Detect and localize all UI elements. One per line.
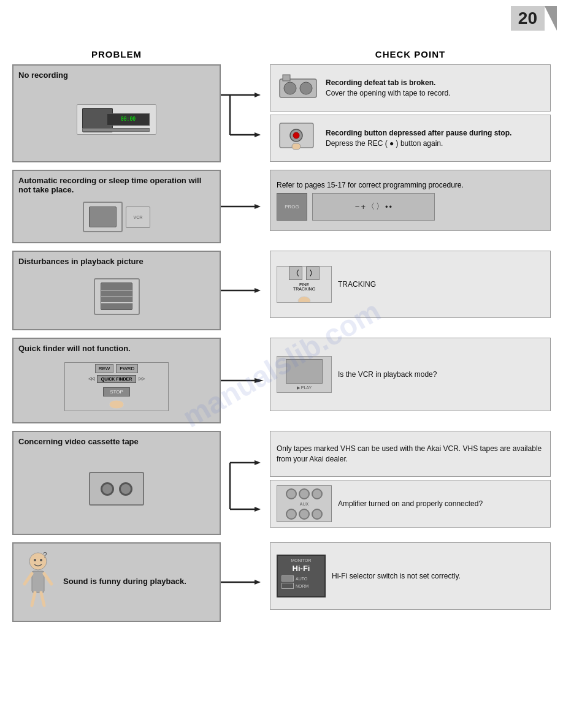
cp2a-text-top: Refer to pages 15-17 for correct program… — [277, 181, 544, 189]
plug-3 — [312, 488, 323, 499]
main-container: PROBLEM CHECK POINT No recording 00:00 — [0, 0, 563, 642]
arrow-svg-auto — [221, 170, 270, 243]
cp1a-text-bold: Recording defeat tab is broken. — [326, 78, 435, 87]
problem-header: PROBLEM — [12, 49, 221, 59]
pb-illustration: ▶ PLAY — [277, 356, 332, 393]
problem-title-no-recording: No recording — [18, 70, 215, 80]
tape-tab-svg — [277, 70, 320, 104]
svg-line-36 — [32, 593, 35, 605]
plug-5 — [299, 509, 310, 520]
plug-4 — [286, 509, 297, 520]
prog-minus: − — [355, 202, 360, 211]
disturbance-lines-svg — [101, 283, 133, 311]
tracking-btn-left: 〈 — [289, 267, 302, 280]
checkpoint-vc-2: AUX Amplifier turned on and properly con… — [270, 480, 551, 528]
page-number-corner: 20 — [511, 6, 557, 31]
tracking-finger-svg — [289, 294, 320, 302]
svg-rect-12 — [292, 143, 301, 150]
qf-finder-row: ◁◁ QUICK FINDER ▷▷ — [88, 375, 145, 383]
cp1a-text: Recording defeat tab is broken. Cover th… — [326, 78, 544, 99]
connector-aux-label: AUX — [300, 502, 308, 506]
plug-1 — [286, 488, 297, 499]
hifi-norm-switch — [282, 583, 294, 589]
prog-dot2: • — [389, 202, 393, 211]
checkpoints-sound: MONITOR Hi-Fi AUTO NORM — [270, 542, 551, 624]
section-video-cassette: Concerning video cassette tape — [12, 431, 551, 537]
hifi-auto-switch — [282, 575, 294, 582]
qf-rewind-icon: ◁◁ — [88, 376, 94, 381]
svg-point-30 — [34, 559, 36, 561]
arrows-qf — [221, 338, 270, 426]
cp4a-text: Is the VCR in playback mode? — [338, 370, 544, 380]
problem-image-disturbances — [18, 268, 215, 324]
tracking-buttons: 〈 〉 — [289, 267, 320, 280]
tape-reel-left — [101, 482, 114, 496]
qf-label: QUICK FINDER — [97, 375, 137, 383]
prog-dot1: • — [385, 202, 388, 211]
arrows-vc — [221, 431, 270, 537]
checkpoints-no-recording: Recording defeat tab is broken. Cover th… — [270, 64, 551, 165]
vcr-digits: 00:00 — [121, 116, 136, 122]
svg-line-37 — [41, 593, 44, 605]
page-corner-triangle — [545, 6, 557, 31]
section-sound: ? Sound is funny during playback. — [12, 542, 551, 624]
cp1a-text-detail: Cover the opening with tape to record. — [326, 89, 450, 97]
cp3a-text: TRACKING — [338, 279, 544, 290]
cp1b-text: Recording button depressed after pause d… — [326, 128, 544, 149]
headers-row: PROBLEM CHECK POINT — [12, 49, 551, 59]
connector-row-1 — [286, 488, 323, 499]
tape-reel-right — [119, 482, 132, 496]
hifi-monitor-label: MONITOR — [291, 558, 312, 563]
tv-screen-auto — [89, 207, 117, 227]
qf-rew-btn: REW — [95, 364, 114, 373]
problem-title-qf: Quick finder will not function. — [18, 344, 215, 353]
svg-marker-25 — [255, 460, 261, 465]
checkpoint-qf-1: ▶ PLAY Is the VCR in playback mode? — [270, 338, 551, 411]
person-illustration: ? — [18, 550, 58, 614]
problem-title-auto: Automatic recording or sleep time operat… — [18, 176, 215, 194]
cp1b-image — [277, 120, 320, 156]
checkpoint-no-recording-1: Recording defeat tab is broken. Cover th… — [270, 64, 551, 112]
svg-rect-8 — [283, 75, 290, 81]
qf-fforward-icon: ▷▷ — [139, 376, 145, 381]
svg-line-34 — [25, 574, 32, 584]
problem-video-cassette: Concerning video cassette tape — [12, 431, 221, 537]
arrows-auto — [221, 170, 270, 246]
checkpoints-disturbances: 〈 〉 FINETRACKING TRACKING — [270, 251, 551, 333]
playback-box: ▶ PLAY — [277, 356, 332, 393]
checkpoint-no-recording-2: Recording button depressed after pause d… — [270, 115, 551, 162]
tv-illustration-dist — [94, 278, 140, 315]
arrow-svg-disturbances — [221, 251, 270, 330]
connector-box: AUX — [277, 485, 332, 522]
svg-rect-6 — [284, 82, 296, 94]
section-no-recording: No recording 00:00 — [12, 64, 551, 165]
arrow-svg-sound — [221, 542, 270, 622]
section-auto-recording: Automatic recording or sleep time operat… — [12, 170, 551, 246]
prog-plus: + — [361, 202, 366, 211]
section-disturbances: Disturbances in playback picture — [12, 251, 551, 333]
connector-row-2 — [286, 509, 323, 520]
arrows-no-recording — [221, 64, 270, 165]
arrows-disturbances — [221, 251, 270, 333]
svg-marker-23 — [255, 378, 264, 383]
prog-gt: 〉 — [376, 201, 384, 212]
problem-image-auto: VCR — [18, 197, 215, 237]
plug-2 — [299, 488, 310, 499]
plug-6 — [312, 509, 323, 520]
arrow-svg-qf — [221, 338, 270, 423]
qf-stop-area: STOP — [103, 387, 130, 396]
tracking-btn-right: 〉 — [306, 267, 320, 280]
problem-title-vc: Concerning video cassette tape — [18, 437, 215, 446]
problem-sound: ? Sound is funny during playback. — [12, 542, 221, 624]
svg-rect-33 — [32, 571, 44, 593]
hifi-switches: AUTO NORM — [280, 574, 322, 590]
prog-lt: 〈 — [367, 201, 375, 212]
page-number: 20 — [511, 6, 545, 31]
hifi-auto-text: AUTO — [296, 577, 307, 581]
vcr-illustration: 00:00 — [77, 104, 156, 135]
problem-title-disturbances: Disturbances in playback picture — [18, 257, 215, 266]
qf-fwd-btn: FWRD — [116, 364, 138, 373]
cp5b-text: Amplifier turned on and properly connect… — [338, 499, 544, 509]
hifi-norm-row: NORM — [282, 583, 321, 589]
tv-illustration-auto — [83, 202, 123, 232]
